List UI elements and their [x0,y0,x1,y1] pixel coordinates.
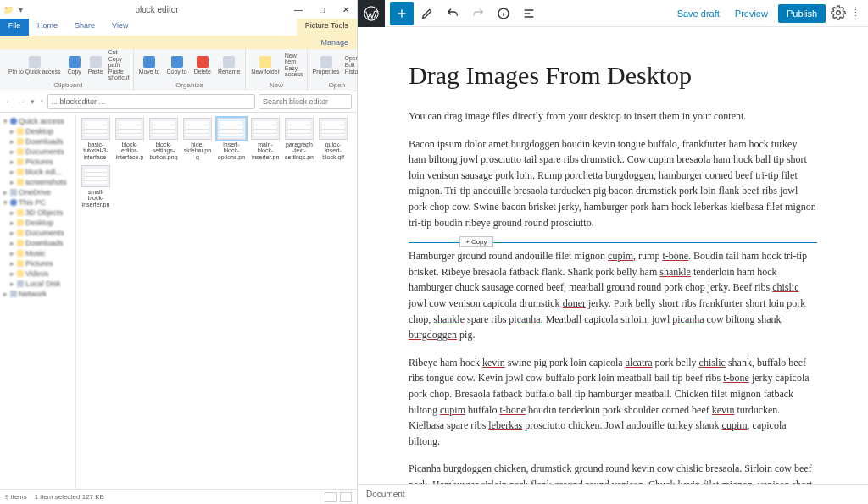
file-item[interactable]: small-block-inserter.png [81,165,110,208]
paste-button[interactable]: Paste [86,56,105,75]
svg-point-2 [837,10,841,14]
tree-node[interactable]: ▸Pictures [2,157,74,167]
nav-up-button[interactable]: ↑ [40,97,44,106]
tree-node[interactable]: ▸OneDrive [2,187,74,197]
tree-node[interactable]: ▸Music [2,248,74,258]
outline-button[interactable] [517,2,541,25]
new-folder-button[interactable]: New folder [249,56,281,75]
add-block-button[interactable] [390,2,414,25]
tree-node[interactable]: ▸Downloads [2,136,74,147]
file-item[interactable]: insert-block-options.png [217,118,246,160]
tree-node[interactable]: ▸Desktop [2,126,74,136]
tree-node[interactable]: ▸Documents [2,147,74,157]
tab-share[interactable]: Share [66,19,103,36]
easy-access-button[interactable]: Easy access [285,65,303,77]
breadcrumb-document[interactable]: Document [366,490,405,499]
file-caption: insert-block-options.png [217,141,246,160]
wordpress-editor: Save draft Preview Publish ⋮ Drag Images… [358,0,868,504]
pin-quick-access-button[interactable]: Pin to Quick access [7,56,62,75]
tree-node[interactable]: ▸Downloads [2,238,74,248]
info-button[interactable] [492,2,515,25]
file-thumbnail [319,118,348,140]
more-options-button[interactable]: ⋮ [851,8,861,19]
cut-button[interactable]: Cut [108,49,130,55]
nav-forward-button[interactable]: → [18,97,25,106]
status-selected: 1 item selected 127 KB [35,493,104,501]
move-to-button[interactable]: Move to [137,56,162,75]
tree-node[interactable]: ▸3D Objects [2,208,74,218]
paste-shortcut-button[interactable]: Paste shortcut [108,69,130,80]
file-caption: block-editor-interface.png [115,141,144,160]
qt-dropdown-icon[interactable]: ▾ [19,5,23,14]
tree-node[interactable]: ▸Desktop [2,218,74,228]
file-explorer-window: 📁 ▾ block editor — □ ✕ File Home Share V… [0,0,358,504]
tree-node[interactable]: ▸screenshots [2,177,74,187]
nav-history-button[interactable]: ▾ [31,97,35,106]
save-draft-button[interactable]: Save draft [672,5,725,22]
address-bar: ← → ▾ ↑ ... blockeditor ... [0,91,357,113]
paragraph-block[interactable]: Hamburger ground round andouille filet m… [409,248,817,343]
tree-node[interactable]: ▸Network [2,289,74,299]
file-item[interactable]: main-block-inserter.png [251,118,280,160]
ribbon-tabs: File Home Share View Picture Tools [0,19,357,36]
tree-node[interactable]: ▸Videos [2,269,74,279]
page-title[interactable]: Drag Images From Desktop [409,61,817,90]
intro-paragraph[interactable]: You can drag image files directly from y… [409,108,817,125]
edit-mode-button[interactable] [415,2,439,25]
tree-node[interactable]: ▸Documents [2,228,74,238]
breadcrumb[interactable]: ... blockeditor ... [47,94,256,109]
ribbon-context-group: Picture Tools [297,19,357,36]
tree-node[interactable]: ▸Pictures [2,258,74,269]
search-input[interactable] [259,94,352,109]
file-item[interactable]: paragraph-text-settings.png [285,118,314,160]
file-grid: basic-tutorial-3-interface-themed.pngblo… [76,113,357,489]
folder-icon: 📁 [3,5,14,14]
copy-to-button[interactable]: Copy to [165,56,189,75]
paragraph-block[interactable]: Picanha burgdoggen chicken, drumstick gr… [409,461,817,484]
preview-button[interactable]: Preview [730,5,773,22]
close-button[interactable]: ✕ [338,5,353,14]
file-thumbnail [285,118,314,140]
tab-home[interactable]: Home [29,19,66,36]
minimize-button[interactable]: — [291,5,306,14]
drop-insertion-line: + Copy [409,242,817,243]
file-caption: quick-insert-block.gif [319,141,348,160]
tree-node[interactable]: ▸block edi... [2,167,74,177]
nav-back-button[interactable]: ← [5,97,13,106]
view-icons-button[interactable] [340,492,352,502]
paragraph-block[interactable]: Bacon ipsum dolor amet burgdoggen boudin… [409,136,817,231]
copy-button[interactable]: Copy [65,56,82,75]
tab-file[interactable]: File [0,19,29,36]
file-caption: block-settings-button.png [149,141,178,160]
file-item[interactable]: hide-sidebar.png [183,118,212,160]
delete-button[interactable]: Delete [192,56,213,75]
rename-button[interactable]: Rename [216,56,242,75]
tree-node[interactable]: ▾This PC [2,197,74,208]
editor-content-area[interactable]: Drag Images From Desktop You can drag im… [358,27,868,484]
tab-view[interactable]: View [103,19,136,36]
copy-path-button[interactable]: Copy path [108,56,130,68]
file-item[interactable]: basic-tutorial-3-interface-themed.png [81,118,110,160]
tree-node[interactable]: ▸Local Disk [2,279,74,289]
status-item-count: 9 items [5,493,27,501]
paragraph-block[interactable]: Ribeye ham hock kevin swine pig pork loi… [409,355,817,450]
properties-button[interactable]: Properties [311,56,342,75]
drag-copy-badge: + Copy [459,236,493,247]
title-bar: 📁 ▾ block editor — □ ✕ [0,0,357,19]
new-item-button[interactable]: New item [285,53,303,64]
file-item[interactable]: block-settings-button.png [149,118,178,160]
status-bar: 9 items 1 item selected 127 KB [0,489,357,504]
file-item[interactable]: quick-insert-block.gif [319,118,348,160]
maximize-button[interactable]: □ [314,5,330,14]
file-item[interactable]: block-editor-interface.png [115,118,144,160]
file-thumbnail [149,118,178,140]
wordpress-logo[interactable] [358,0,385,27]
publish-button[interactable]: Publish [778,4,826,23]
redo-button[interactable] [466,2,490,25]
undo-button[interactable] [441,2,465,25]
settings-button[interactable] [831,5,846,22]
file-thumbnail [183,118,212,140]
tab-manage[interactable]: Manage [312,36,357,49]
tree-node[interactable]: ▾Quick access [2,116,74,126]
view-details-button[interactable] [325,492,337,502]
